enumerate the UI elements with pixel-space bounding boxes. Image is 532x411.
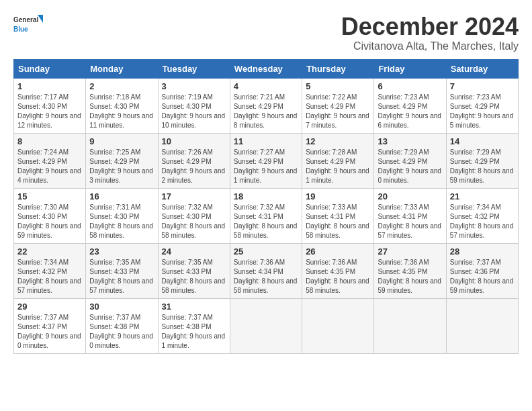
page-header: General Blue December 2024 Civitanova Al… [13,13,519,52]
empty-cell [302,298,374,353]
list-item: 7 Sunrise: 7:23 AM Sunset: 4:29 PM Dayli… [446,78,518,133]
table-row: 15 Sunrise: 7:30 AM Sunset: 4:30 PM Dayl… [14,188,519,243]
table-row: 29 Sunrise: 7:37 AM Sunset: 4:37 PM Dayl… [14,298,519,353]
empty-cell [446,298,518,353]
header-thursday: Thursday [302,59,374,78]
list-item: 23 Sunrise: 7:35 AM Sunset: 4:33 PM Dayl… [86,243,158,298]
list-item: 26 Sunrise: 7:36 AM Sunset: 4:35 PM Dayl… [302,243,374,298]
header-friday: Friday [374,59,446,78]
calendar-table: Sunday Monday Tuesday Wednesday Thursday… [13,59,519,354]
list-item: 24 Sunrise: 7:35 AM Sunset: 4:33 PM Dayl… [158,243,230,298]
list-item: 2 Sunrise: 7:18 AM Sunset: 4:30 PM Dayli… [86,78,158,133]
list-item: 22 Sunrise: 7:34 AM Sunset: 4:32 PM Dayl… [14,243,86,298]
header-monday: Monday [86,59,158,78]
svg-text:General: General [13,16,38,24]
list-item: 28 Sunrise: 7:37 AM Sunset: 4:36 PM Dayl… [446,243,518,298]
logo-icon: General Blue [13,13,47,37]
svg-text:Blue: Blue [13,26,28,33]
header-tuesday: Tuesday [158,59,230,78]
list-item: 29 Sunrise: 7:37 AM Sunset: 4:37 PM Dayl… [14,298,86,353]
list-item: 20 Sunrise: 7:33 AM Sunset: 4:31 PM Dayl… [374,188,446,243]
title-section: December 2024 Civitanova Alta, The March… [341,13,519,52]
list-item: 6 Sunrise: 7:23 AM Sunset: 4:29 PM Dayli… [374,78,446,133]
list-item: 16 Sunrise: 7:31 AM Sunset: 4:30 PM Dayl… [86,188,158,243]
list-item: 21 Sunrise: 7:34 AM Sunset: 4:32 PM Dayl… [446,188,518,243]
list-item: 27 Sunrise: 7:36 AM Sunset: 4:35 PM Dayl… [374,243,446,298]
header-saturday: Saturday [446,59,518,78]
empty-cell [230,298,302,353]
list-item: 11 Sunrise: 7:27 AM Sunset: 4:29 PM Dayl… [230,133,302,188]
table-row: 1 Sunrise: 7:17 AM Sunset: 4:30 PM Dayli… [14,78,519,133]
table-row: 22 Sunrise: 7:34 AM Sunset: 4:32 PM Dayl… [14,243,519,298]
logo: General Blue [13,13,47,37]
header-sunday: Sunday [14,59,86,78]
list-item: 12 Sunrise: 7:28 AM Sunset: 4:29 PM Dayl… [302,133,374,188]
list-item: 31 Sunrise: 7:37 AM Sunset: 4:38 PM Dayl… [158,298,230,353]
table-row: 8 Sunrise: 7:24 AM Sunset: 4:29 PM Dayli… [14,133,519,188]
empty-cell [374,298,446,353]
list-item: 8 Sunrise: 7:24 AM Sunset: 4:29 PM Dayli… [14,133,86,188]
list-item: 3 Sunrise: 7:19 AM Sunset: 4:30 PM Dayli… [158,78,230,133]
list-item: 15 Sunrise: 7:30 AM Sunset: 4:30 PM Dayl… [14,188,86,243]
list-item: 17 Sunrise: 7:32 AM Sunset: 4:30 PM Dayl… [158,188,230,243]
day-number: 1 [17,81,82,91]
list-item: 5 Sunrise: 7:22 AM Sunset: 4:29 PM Dayli… [302,78,374,133]
list-item: 14 Sunrise: 7:29 AM Sunset: 4:29 PM Dayl… [446,133,518,188]
list-item: 18 Sunrise: 7:32 AM Sunset: 4:31 PM Dayl… [230,188,302,243]
day-info: Sunrise: 7:17 AM Sunset: 4:30 PM Dayligh… [17,93,82,130]
list-item: 19 Sunrise: 7:33 AM Sunset: 4:31 PM Dayl… [302,188,374,243]
list-item: 4 Sunrise: 7:21 AM Sunset: 4:29 PM Dayli… [230,78,302,133]
list-item: 25 Sunrise: 7:36 AM Sunset: 4:34 PM Dayl… [230,243,302,298]
list-item: 30 Sunrise: 7:37 AM Sunset: 4:38 PM Dayl… [86,298,158,353]
list-item: 10 Sunrise: 7:26 AM Sunset: 4:29 PM Dayl… [158,133,230,188]
month-title: December 2024 [341,13,519,40]
list-item: 13 Sunrise: 7:29 AM Sunset: 4:29 PM Dayl… [374,133,446,188]
list-item: 9 Sunrise: 7:25 AM Sunset: 4:29 PM Dayli… [86,133,158,188]
header-row: Sunday Monday Tuesday Wednesday Thursday… [14,59,519,78]
location-title: Civitanova Alta, The Marches, Italy [341,40,519,52]
header-wednesday: Wednesday [230,59,302,78]
list-item: 1 Sunrise: 7:17 AM Sunset: 4:30 PM Dayli… [14,78,86,133]
